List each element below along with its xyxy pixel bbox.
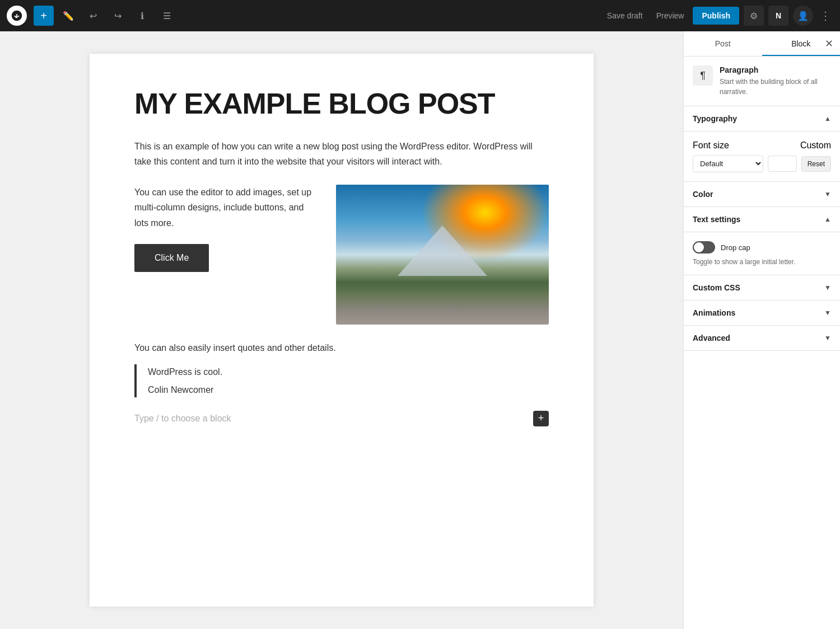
main-layout: MY EXAMPLE BLOG POST This is an example … bbox=[0, 31, 840, 629]
drop-cap-row: Drop cap bbox=[693, 241, 831, 254]
text-settings-chevron-icon: ▲ bbox=[824, 215, 831, 223]
color-label: Color bbox=[693, 190, 713, 199]
sidebar: Post Block ✕ ¶ Paragraph Start with the … bbox=[683, 31, 840, 629]
topbar: + ✏️ ↩ ↪ ℹ ☰ Save draft Preview Publish … bbox=[0, 0, 840, 31]
font-size-select[interactable]: Default Small Medium Large X-Large bbox=[693, 155, 763, 172]
tools-button[interactable]: ✏️ bbox=[58, 6, 78, 26]
redo-button[interactable]: ↪ bbox=[108, 6, 128, 26]
custom-css-label: Custom CSS bbox=[693, 283, 740, 292]
preview-button[interactable]: Preview bbox=[652, 8, 689, 24]
editor-content: MY EXAMPLE BLOG POST This is an example … bbox=[90, 54, 594, 607]
font-size-label: Font size bbox=[693, 140, 729, 151]
post-features-text[interactable]: You can use the editor to add images, se… bbox=[134, 185, 318, 231]
list-view-button[interactable]: ☰ bbox=[157, 6, 177, 26]
custom-css-section-header[interactable]: Custom CSS ▼ bbox=[684, 275, 840, 301]
post-two-col: You can use the editor to add images, se… bbox=[134, 185, 549, 325]
drop-cap-label: Drop cap bbox=[721, 243, 750, 252]
avatar[interactable]: 👤 bbox=[793, 6, 813, 26]
new-block-row: Type / to choose a block + bbox=[134, 411, 549, 426]
font-size-reset-button[interactable]: Reset bbox=[801, 156, 831, 172]
typography-chevron-icon: ▲ bbox=[824, 115, 831, 123]
add-block-button[interactable]: + bbox=[34, 6, 54, 26]
sidebar-tabs: Post Block ✕ bbox=[684, 31, 840, 57]
mountain-image bbox=[336, 185, 549, 325]
quote-text[interactable]: WordPress is cool. bbox=[148, 364, 549, 379]
custom-css-chevron-icon: ▼ bbox=[824, 284, 831, 292]
animations-chevron-icon: ▼ bbox=[824, 309, 831, 317]
text-settings-content: Drop cap Toggle to show a large initial … bbox=[684, 232, 840, 275]
more-options-button[interactable]: ⋮ bbox=[818, 7, 833, 25]
typography-label: Typography bbox=[693, 114, 737, 123]
new-block-placeholder[interactable]: Type / to choose a block bbox=[134, 414, 529, 424]
toggle-knob bbox=[694, 242, 704, 252]
n-plugin-button[interactable]: N bbox=[768, 6, 788, 26]
add-block-inline-button[interactable]: + bbox=[533, 411, 549, 426]
block-title: Paragraph bbox=[720, 65, 831, 74]
text-settings-section-header[interactable]: Text settings ▲ bbox=[684, 207, 840, 232]
post-intro[interactable]: This is an example of how you can write … bbox=[134, 139, 549, 169]
font-size-label-row: Font size Custom bbox=[693, 140, 831, 151]
tab-underline bbox=[762, 55, 841, 56]
topbar-right: Save draft Preview Publish ⚙ N 👤 ⋮ bbox=[603, 6, 833, 26]
post-quotes-intro[interactable]: You can also easily insert quotes and ot… bbox=[134, 340, 549, 355]
quote-author[interactable]: Colin Newcomer bbox=[148, 382, 549, 397]
paragraph-icon: ¶ bbox=[693, 65, 713, 86]
animations-label: Animations bbox=[693, 308, 735, 317]
color-section-header[interactable]: Color ▼ bbox=[684, 182, 840, 207]
advanced-section-header[interactable]: Advanced ▼ bbox=[684, 326, 840, 351]
editor-area: MY EXAMPLE BLOG POST This is an example … bbox=[0, 31, 683, 629]
sidebar-block-info: ¶ Paragraph Start with the building bloc… bbox=[684, 57, 840, 106]
animations-section-header[interactable]: Animations ▼ bbox=[684, 301, 840, 326]
color-chevron-icon: ▼ bbox=[824, 190, 831, 198]
advanced-label: Advanced bbox=[693, 334, 730, 342]
info-button[interactable]: ℹ bbox=[132, 6, 152, 26]
post-image[interactable] bbox=[336, 185, 549, 325]
font-size-controls: Default Small Medium Large X-Large Reset bbox=[693, 155, 831, 172]
custom-label: Custom bbox=[800, 140, 831, 151]
blockquote: WordPress is cool. Colin Newcomer bbox=[134, 364, 549, 397]
drop-cap-toggle[interactable] bbox=[693, 241, 715, 254]
publish-button[interactable]: Publish bbox=[693, 7, 739, 25]
save-draft-button[interactable]: Save draft bbox=[603, 8, 647, 24]
typography-section-content: Font size Custom Default Small Medium La… bbox=[684, 132, 840, 182]
tab-post[interactable]: Post bbox=[684, 31, 762, 56]
click-me-button[interactable]: Click Me bbox=[134, 244, 209, 272]
wordpress-logo[interactable] bbox=[7, 6, 27, 26]
text-settings-label: Text settings bbox=[693, 215, 740, 224]
post-left: You can use the editor to add images, se… bbox=[134, 185, 318, 290]
settings-button[interactable]: ⚙ bbox=[744, 6, 764, 26]
drop-cap-hint: Toggle to show a large initial letter. bbox=[693, 258, 831, 266]
sidebar-close-button[interactable]: ✕ bbox=[823, 35, 836, 52]
undo-button[interactable]: ↩ bbox=[83, 6, 103, 26]
font-size-custom-input[interactable] bbox=[768, 156, 797, 172]
advanced-chevron-icon: ▼ bbox=[824, 334, 831, 342]
block-info-text: Paragraph Start with the building block … bbox=[720, 65, 831, 97]
typography-section-header[interactable]: Typography ▲ bbox=[684, 106, 840, 132]
post-title[interactable]: MY EXAMPLE BLOG POST bbox=[134, 87, 549, 121]
block-description: Start with the building block of all nar… bbox=[720, 77, 831, 97]
